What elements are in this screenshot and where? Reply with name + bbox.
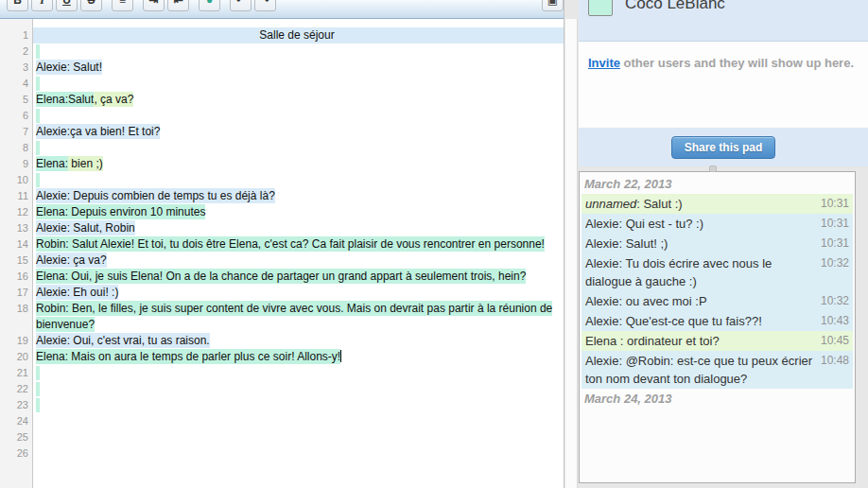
editor-line: 9Elena: bien ;)	[0, 156, 564, 172]
editor-line: 10	[0, 172, 564, 188]
bold-button[interactable]: B	[7, 0, 28, 11]
line-content[interactable]: Alexie: Eh oui! :)	[33, 285, 564, 301]
chat-timestamp: 10:32	[821, 254, 849, 272]
line-number: 8	[0, 140, 33, 156]
line-number: 16	[0, 269, 33, 285]
editor-line: 3Alexie: Salut!	[0, 60, 564, 76]
line-content[interactable]: Alexie: ça va?	[33, 253, 564, 269]
authored-text: Alexie: Salut!	[36, 60, 102, 75]
chat-message: 10:45Elena : ordinateur et toi?	[582, 331, 853, 351]
chat-author: Alexie	[585, 294, 618, 308]
line-content[interactable]	[33, 397, 564, 413]
outdent-button[interactable]: ⇤	[167, 0, 189, 11]
editor-line: 16Elena: Oui, je suis Elena! On a de la …	[0, 269, 564, 285]
user-panel: Coco LeBlanc	[579, 0, 868, 42]
line-content[interactable]	[33, 76, 564, 92]
line-content[interactable]: Robin: Ben, le filles, je suis super con…	[33, 301, 564, 333]
italic-icon: I	[40, 0, 44, 7]
editor-line: 8	[0, 140, 564, 156]
chat-timestamp: 10:45	[821, 332, 849, 350]
underline-button[interactable]: U	[56, 0, 78, 11]
line-content[interactable]	[33, 365, 564, 381]
line-number: 4	[0, 76, 33, 92]
line-content[interactable]	[33, 140, 564, 156]
underline-icon: U	[62, 0, 71, 7]
chat-text: : @Robin: est-ce que tu peux écrier ton …	[585, 354, 812, 386]
invite-link[interactable]: Invite	[588, 56, 620, 70]
editor-line: 12Elena: Depuis environ 10 minutes	[0, 204, 564, 220]
chat-message: 10:31Alexie: Salut! ;)	[582, 234, 853, 253]
line-content[interactable]: Robin: Salut Alexie! Et toi, tu dois êtr…	[33, 236, 564, 253]
line-content[interactable]: Elena: Mais on aura le temps de parler p…	[33, 349, 564, 365]
chat-message: 10:31unnamed: Salut :)	[582, 194, 853, 214]
chat-message: 10:31Alexie: Qui est - tu? :)	[582, 214, 853, 234]
editor-line: 20Elena: Mais on aura le temps de parler…	[0, 349, 564, 365]
chat-timestamp: 10:43	[821, 312, 849, 330]
editor-lines[interactable]: 1Salle de séjour23Alexie: Salut!45Elena:…	[0, 27, 564, 462]
line-number: 2	[0, 44, 33, 60]
chat-message: 10:32Alexie: ou avec moi :P	[582, 291, 853, 311]
indent-icon: ⇥	[148, 0, 158, 7]
invite-text: other users and they will show up here.	[620, 56, 854, 70]
line-number: 22	[0, 381, 33, 397]
chat-author: Alexie	[585, 217, 618, 231]
current-user-row: Coco LeBlanc	[588, 0, 868, 16]
line-number: 25	[0, 429, 33, 445]
line-content[interactable]: Elena:Salut, ça va?	[33, 92, 564, 108]
chat-resize-handle[interactable]	[709, 166, 717, 172]
line-content[interactable]: Elena: Depuis environ 10 minutes	[33, 204, 564, 220]
authored-text: Alexie: Depuis combien de temps tu es dé…	[36, 188, 275, 203]
line-content[interactable]: Alexie: Salut, Robin	[33, 220, 564, 236]
line-content[interactable]: Alexie: Salut!	[33, 60, 564, 76]
line-content[interactable]: Alexie: Depuis combien de temps tu es dé…	[33, 188, 564, 204]
line-content[interactable]	[33, 108, 564, 124]
editor-line: 5Elena:Salut, ça va?	[0, 92, 564, 108]
authorship-strip	[36, 366, 40, 380]
save-revision-icon: ▣	[547, 0, 558, 7]
line-content[interactable]	[33, 172, 564, 188]
line-content[interactable]	[33, 44, 564, 60]
line-content[interactable]: Alexie: Oui, c'est vrai, tu as raison.	[33, 333, 564, 349]
chat-date-header: March 22, 2013	[582, 174, 853, 194]
line-content[interactable]	[33, 429, 564, 445]
line-content[interactable]: Elena: bien ;)	[33, 156, 564, 172]
unordered-list-button[interactable]: ≡	[112, 0, 133, 11]
authorship-strip	[36, 141, 40, 155]
line-number: 15	[0, 253, 33, 269]
editor-body[interactable]: 1Salle de séjour23Alexie: Salut!45Elena:…	[0, 19, 564, 488]
line-content[interactable]	[33, 413, 564, 429]
authored-text: Robin: Salut Alexie! Et toi, tu dois êtr…	[36, 236, 545, 252]
chat-area: March 22, 201310:31unnamed: Salut :)10:3…	[579, 166, 868, 488]
user-color-swatch[interactable]	[588, 0, 613, 16]
clear-authorship-button[interactable]: ●	[199, 0, 220, 11]
indent-button[interactable]: ⇥	[143, 0, 165, 11]
strikethrough-icon: S	[87, 0, 95, 7]
chat-box[interactable]: March 22, 201310:31unnamed: Salut :)10:3…	[579, 171, 856, 483]
editor-pane: BIUS≡⇥⇤●↶↷▣ 1Salle de séjour23Alexie: Sa…	[0, 0, 564, 488]
authorship-strip	[36, 109, 40, 123]
authored-text: Elena:Salut	[36, 92, 94, 107]
authored-text: bien ;)	[68, 156, 103, 171]
line-content[interactable]: Elena: Oui, je suis Elena! On a de la ch…	[33, 269, 564, 285]
redo-icon: ↷	[260, 0, 269, 7]
editor-scrollbar[interactable]	[565, 19, 578, 488]
redo-button[interactable]: ↷	[254, 0, 276, 11]
line-content[interactable]: Alexie:ça va bien! Et toi?	[33, 124, 564, 140]
editor-line: 24	[0, 413, 564, 429]
line-content[interactable]	[33, 381, 564, 397]
authorship-strip	[36, 77, 40, 91]
line-content[interactable]: Salle de séjour	[33, 27, 564, 44]
strikethrough-button[interactable]: S	[80, 0, 102, 11]
save-revision-button[interactable]: ▣	[542, 0, 564, 11]
user-name[interactable]: Coco LeBlanc	[625, 0, 725, 13]
undo-button[interactable]: ↶	[230, 0, 252, 11]
italic-button[interactable]: I	[31, 0, 53, 11]
editor-line: 21	[0, 365, 564, 381]
line-number: 14	[0, 236, 33, 253]
chat-author: Alexie	[585, 354, 618, 368]
line-content[interactable]	[33, 445, 564, 462]
line-number: 20	[0, 349, 33, 365]
share-pad-button[interactable]: Share this pad	[671, 136, 776, 159]
line-number: 13	[0, 220, 33, 236]
authored-text: Alexie:ça va bien! Et toi?	[36, 124, 160, 139]
